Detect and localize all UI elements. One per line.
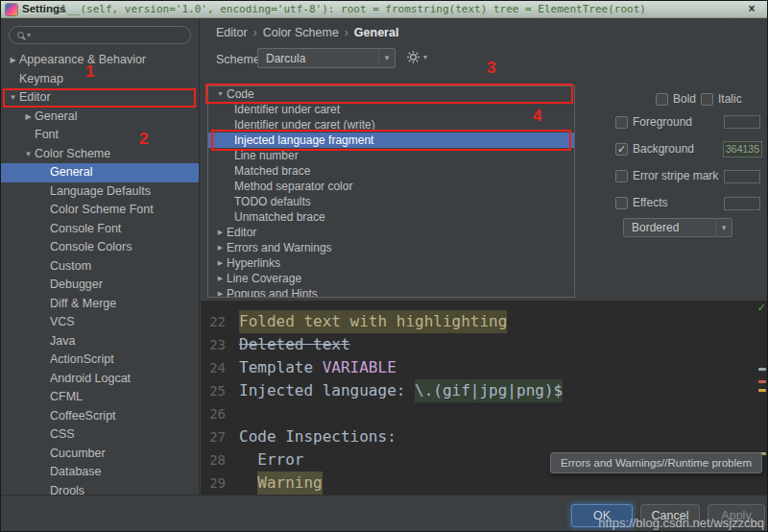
option-tree-row[interactable]: ▶ Popups and Hints	[208, 286, 574, 298]
error-stripe-checkbox[interactable]: Error stripe mark	[615, 169, 718, 182]
option-tree-row[interactable]: ▼ Code	[208, 86, 574, 102]
expand-arrow-icon: ▶	[214, 240, 227, 255]
option-label: Code	[227, 86, 254, 102]
sidebar-item[interactable]: ▼ Editor	[1, 88, 199, 108]
sidebar-item[interactable]: Color Scheme Font	[1, 201, 199, 220]
error-stripe-color-swatch[interactable]	[724, 170, 760, 183]
sidebar-item[interactable]: Drools	[1, 482, 199, 496]
search-history-chevron-icon[interactable]: ▾	[27, 31, 31, 39]
option-tree-row[interactable]: Unmatched brace	[208, 209, 574, 225]
effects-style-select[interactable]: Bordered ▾	[623, 218, 732, 237]
sidebar-item[interactable]: Android Logcat	[1, 370, 199, 389]
sidebar-item[interactable]: Java	[1, 332, 199, 351]
sidebar-item[interactable]: Console Font	[1, 220, 199, 239]
sidebar-item[interactable]: Debugger	[1, 276, 199, 295]
template-variable-sample[interactable]: VARIABLE	[323, 356, 396, 379]
option-label: TODO defaults	[234, 194, 311, 209]
sidebar-item[interactable]: Diff & Merge	[1, 295, 199, 314]
sidebar-item[interactable]: CoffeeScript	[1, 407, 199, 426]
expand-arrow-icon: ▼	[214, 86, 227, 102]
option-tree-row[interactable]: Identifier under caret	[208, 102, 574, 117]
titlebar: il__(self, version='1.0', encoding='utf-…	[1, 1, 767, 18]
background-checkbox[interactable]: ✓ Background	[615, 142, 694, 156]
sidebar-item[interactable]: Language Defaults	[1, 182, 199, 202]
preview-line[interactable]: 25 Injected language: \.(gif|jpg|png)$	[201, 379, 768, 402]
scheme-select[interactable]: Darcula ▾	[257, 48, 396, 68]
checkbox-box[interactable]	[615, 116, 628, 129]
option-tree-row[interactable]: TODO defaults	[208, 194, 574, 209]
settings-search[interactable]: ▾	[9, 26, 191, 44]
injected-language-sample[interactable]: \.(gif|jpg|png)$	[415, 379, 563, 402]
window-title: Settings	[22, 3, 65, 14]
sidebar-item[interactable]: Console Colors	[1, 238, 199, 257]
bold-checkbox[interactable]: Bold	[656, 92, 696, 106]
line-number: 26	[201, 402, 239, 425]
preview-line[interactable]: 26	[201, 402, 768, 425]
sidebar-item-label: Custom	[50, 257, 91, 277]
effects-color-swatch[interactable]	[724, 197, 760, 210]
preview-line[interactable]: 23 Deleted text	[201, 333, 768, 356]
option-tree-row[interactable]: ▶ Line Coverage	[208, 271, 574, 286]
stripe-mark[interactable]	[758, 368, 766, 371]
sidebar-item-label: CFML	[50, 388, 83, 407]
sidebar-item[interactable]: ▼ Color Scheme	[1, 145, 199, 164]
breadcrumb-editor[interactable]: Editor	[216, 26, 248, 39]
warning-sample[interactable]: Warning	[257, 472, 322, 495]
effects-label: Effects	[633, 196, 667, 209]
option-tree-row[interactable]: ▶ Hyperlinks	[208, 255, 574, 271]
checkbox-box[interactable]	[656, 93, 668, 106]
preview-line[interactable]: 29 Warning	[201, 472, 768, 495]
preview-line[interactable]: 27 Code Inspections:	[201, 425, 768, 448]
expand-arrow-icon: ▶	[214, 271, 227, 286]
folded-text-sample[interactable]: Folded text with highlighting	[239, 310, 507, 333]
stripe-mark[interactable]	[758, 380, 766, 383]
line-number: 22	[201, 310, 239, 333]
sidebar-item[interactable]: VCS	[1, 313, 199, 332]
preview-line[interactable]: 24 Template VARIABLE	[201, 356, 768, 379]
sidebar-item[interactable]: ▶ Appearance & Behavior	[1, 51, 199, 70]
effects-checkbox[interactable]: Effects	[615, 196, 667, 209]
breadcrumb-color-scheme[interactable]: Color Scheme	[263, 26, 339, 39]
option-tree-row[interactable]: ▶ Errors and Warnings	[208, 240, 574, 255]
scheme-actions-button[interactable]: ▾	[406, 50, 427, 64]
foreground-checkbox[interactable]: Foreground	[615, 115, 692, 129]
sidebar-item[interactable]: Cucumber	[1, 445, 199, 464]
option-tree-row[interactable]: Line number	[208, 148, 574, 163]
checkbox-box[interactable]: ✓	[615, 143, 628, 156]
sidebar-item[interactable]: ActionScript	[1, 351, 199, 370]
stripe-mark[interactable]	[758, 389, 766, 392]
option-tree-row[interactable]: Identifier under caret (write)	[208, 117, 574, 133]
error-sample[interactable]: Error	[257, 448, 303, 472]
foreground-color-swatch[interactable]	[724, 115, 760, 129]
italic-label: Italic	[718, 92, 742, 106]
indent	[239, 472, 257, 495]
checkbox-box[interactable]	[615, 197, 628, 209]
italic-checkbox[interactable]: Italic	[701, 92, 742, 106]
option-tree-row[interactable]: Injected language fragment	[208, 133, 574, 148]
checkbox-box[interactable]	[701, 93, 713, 106]
preview-line[interactable]: 22 Folded text with highlighting	[201, 310, 768, 333]
checkbox-box[interactable]	[615, 170, 628, 182]
line-number: 24	[201, 356, 239, 379]
sidebar-item[interactable]: Keymap	[1, 70, 199, 89]
code-inspections-text[interactable]: Code Inspections:	[239, 425, 396, 448]
deleted-text-sample[interactable]: Deleted text	[239, 333, 350, 356]
app-icon	[6, 4, 17, 15]
template-text[interactable]: Template	[239, 356, 323, 379]
background-color-field[interactable]: 364135	[723, 141, 762, 157]
injected-label-text[interactable]: Injected language:	[239, 379, 415, 402]
option-tree-row[interactable]: ▶ Editor	[208, 225, 574, 240]
sidebar-item[interactable]: Custom	[1, 257, 199, 277]
option-tree-row[interactable]: Method separator color	[208, 179, 574, 194]
search-input[interactable]	[34, 29, 182, 42]
sidebar-item[interactable]: Font	[1, 126, 199, 145]
option-tree-row[interactable]: Matched brace	[208, 163, 574, 179]
sidebar-item-label: Drools	[50, 482, 84, 496]
sidebar-item[interactable]: General	[1, 163, 199, 182]
sidebar-item[interactable]: CFML	[1, 388, 199, 407]
scheme-label: Scheme:	[216, 53, 263, 66]
close-icon[interactable]: ×	[744, 2, 759, 16]
sidebar-item[interactable]: ▶ General	[1, 108, 199, 127]
sidebar-item[interactable]: CSS	[1, 425, 199, 445]
sidebar-item[interactable]: Database	[1, 463, 199, 482]
